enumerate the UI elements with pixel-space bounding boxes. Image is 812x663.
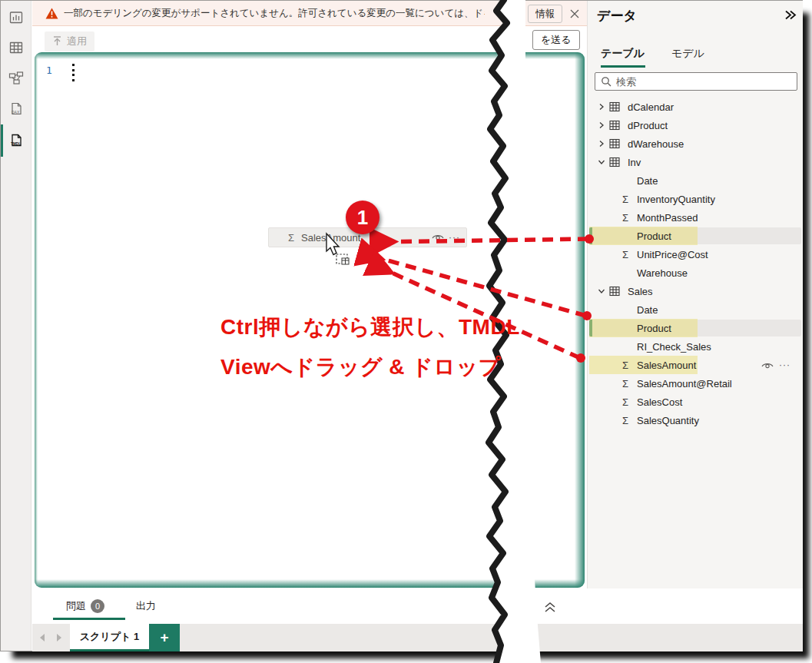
editor-border-right	[575, 52, 585, 588]
sigma-icon: Σ	[288, 232, 294, 244]
sigma-icon: Σ	[620, 415, 631, 426]
table-icon	[609, 157, 620, 167]
chevron-right-icon[interactable]	[598, 103, 605, 111]
more-options-icon[interactable]: ···	[779, 360, 790, 370]
sigma-icon: Σ	[620, 396, 631, 408]
editor-border-left	[35, 52, 38, 588]
tree-item-label: UnitPrice@Cost	[637, 249, 708, 260]
tree-item-label: MonthPassed	[637, 212, 698, 224]
tree-item-label: dProduct	[628, 120, 668, 131]
tab-problems[interactable]: 問題 0	[66, 599, 104, 613]
tab-model[interactable]: モデル	[671, 47, 704, 61]
tab-scroll-left-icon[interactable]	[38, 632, 49, 644]
report-view-icon[interactable]	[7, 8, 25, 27]
chevron-down-icon[interactable]	[598, 158, 605, 166]
tree-item-label: Warehouse	[637, 267, 688, 279]
tree-item-label: SalesCost	[637, 396, 682, 408]
tree-item-Date[interactable]: Date	[589, 300, 801, 319]
close-banner-icon[interactable]	[568, 7, 582, 21]
tree-item-dWarehouse[interactable]: dWarehouse	[589, 134, 801, 153]
screenshot-root: DAX TMDL 一部のモデリングの変更がサポートされていません。許可されている…	[0, 0, 812, 663]
search-box[interactable]	[595, 72, 797, 91]
problems-tab-underline	[53, 618, 125, 620]
table-icon	[609, 101, 620, 112]
tree-item-Product[interactable]: Product	[589, 227, 801, 245]
model-view-icon[interactable]	[7, 69, 25, 88]
step-number-badge: 1	[346, 201, 379, 234]
tree-item-MonthPassed[interactable]: ΣMonthPassed	[589, 208, 801, 227]
annotation-note-line1: Ctrl押しながら選択し、TMDL	[220, 313, 520, 342]
tree-item-SalesAmount@Retail[interactable]: ΣSalesAmount@Retail	[589, 374, 801, 393]
table-icon	[609, 286, 620, 297]
tree-item-label: Date	[637, 175, 658, 187]
sigma-icon: Σ	[620, 378, 631, 390]
tree-item-InventoryQuantity[interactable]: ΣInventoryQuantity	[589, 190, 801, 208]
sigma-icon: Σ	[620, 212, 631, 224]
problems-count-badge: 0	[91, 599, 104, 613]
collapse-pane-icon[interactable]	[784, 8, 799, 22]
sigma-icon: Σ	[620, 194, 631, 205]
svg-text:TMDL: TMDL	[11, 141, 21, 145]
dragged-field-label: SalesAmount	[301, 232, 360, 244]
tmdl-view-icon[interactable]: TMDL	[7, 131, 25, 150]
tree-item-Inv[interactable]: Inv	[589, 153, 801, 171]
sigma-icon: Σ	[620, 249, 631, 260]
tables-tab-underline	[601, 65, 645, 68]
tab-output[interactable]: 出力	[136, 599, 156, 613]
data-pane-title: データ	[597, 7, 637, 25]
tab-tables[interactable]: テーブル	[601, 47, 645, 61]
tree-item-SalesQuantity[interactable]: ΣSalesQuantity	[589, 411, 801, 429]
script-tab-active[interactable]: スクリプト 1	[70, 624, 149, 651]
more-info-button[interactable]: 情報	[528, 5, 562, 23]
table-icon	[609, 138, 620, 149]
tree-item-label: dCalendar	[628, 101, 674, 113]
editor-border-top	[35, 52, 585, 59]
tree-item-label: InventoryQuantity	[637, 194, 715, 205]
tab-scroll-right-icon[interactable]	[55, 632, 66, 644]
tree-item-label: RI_Check_Sales	[637, 341, 711, 353]
add-script-button[interactable]: +	[149, 624, 180, 651]
tree-item-dCalendar[interactable]: dCalendar	[589, 98, 801, 116]
bottom-panel: 問題 0 出力	[32, 588, 803, 624]
tree-item-label: Date	[637, 304, 658, 316]
drop-insert-caret	[72, 64, 75, 81]
line-number: 1	[46, 65, 52, 76]
tree-item-label: Product	[637, 230, 671, 242]
expand-panel-icon[interactable]	[542, 600, 559, 615]
send-feedback-button[interactable]: を送る	[532, 30, 580, 50]
tree-item-label: SalesAmount	[637, 360, 696, 371]
sigma-icon: Σ	[620, 360, 631, 371]
chevron-right-icon[interactable]	[598, 121, 605, 129]
warning-banner: 一部のモデリングの変更がサポートされていません。許可されている変更の一覧について…	[32, 1, 587, 26]
tree-item-Sales[interactable]: Sales	[589, 282, 801, 300]
tree-item-dProduct[interactable]: dProduct	[589, 116, 801, 134]
tree-item-label: SalesAmount@Retail	[637, 378, 732, 390]
tree-item-Date[interactable]: Date	[589, 171, 801, 190]
script-tab-bar: スクリプト 1 +	[32, 624, 803, 651]
tree-item-SalesAmount[interactable]: ΣSalesAmount···	[589, 356, 801, 374]
search-input[interactable]	[616, 76, 777, 88]
chevron-down-icon[interactable]	[598, 287, 605, 295]
tree-item-RI_Check_Sales[interactable]: RI_Check_Sales	[589, 337, 801, 356]
more-options-icon: ···	[449, 232, 460, 243]
eye-icon[interactable]	[761, 361, 774, 370]
table-icon	[609, 120, 620, 131]
annotation-note-line2: Viewへドラッグ & ドロップ	[220, 353, 501, 382]
data-pane: データ テーブル モデル dCalendardProductdWarehouse…	[587, 1, 803, 588]
warning-icon	[45, 8, 58, 22]
tree-item-Product[interactable]: Product	[589, 319, 801, 337]
eye-icon	[432, 232, 444, 244]
tree-item-label: Sales	[628, 286, 653, 297]
view-sidebar: DAX TMDL	[1, 1, 31, 651]
tree-item-UnitPrice@Cost[interactable]: ΣUnitPrice@Cost	[589, 245, 801, 264]
warning-message: 一部のモデリングの変更がサポートされていません。許可されている変更の一覧について…	[64, 7, 485, 20]
tree-item-Warehouse[interactable]: Warehouse	[589, 264, 801, 282]
tree-item-SalesCost[interactable]: ΣSalesCost	[589, 393, 801, 411]
tree-item-label: Product	[637, 323, 671, 334]
dax-query-view-icon[interactable]: DAX	[7, 100, 25, 118]
apply-button[interactable]: 適用	[45, 31, 94, 51]
apply-icon	[52, 35, 62, 48]
editor-border-bottom	[35, 579, 585, 588]
chevron-right-icon[interactable]	[598, 140, 605, 148]
table-view-icon[interactable]	[7, 38, 25, 57]
